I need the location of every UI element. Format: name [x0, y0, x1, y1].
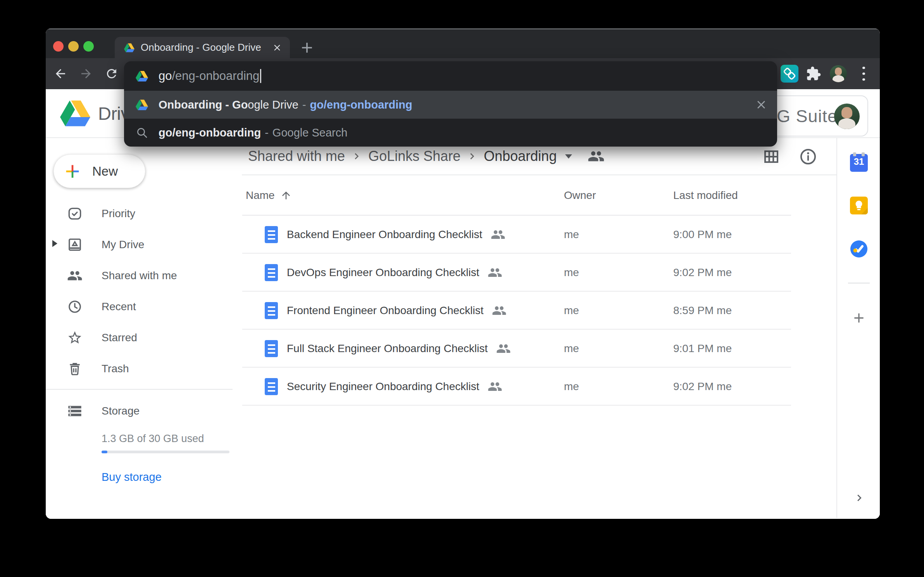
clock-icon — [67, 299, 83, 314]
suggestion-google-search[interactable]: go/eng-onboarding-Google Search — [124, 119, 777, 147]
tab-title: Onboarding - Google Drive — [141, 41, 261, 54]
priority-check-icon — [67, 206, 83, 221]
sidebar-item-recent[interactable]: Recent — [46, 291, 242, 322]
browser-menu-icon[interactable] — [859, 67, 868, 81]
storage-progress-bar — [102, 451, 229, 453]
remove-suggestion-icon[interactable] — [755, 98, 768, 111]
folder-menu-caret-icon[interactable] — [565, 154, 572, 159]
buy-storage-link[interactable]: Buy storage — [102, 471, 162, 484]
drive-page: Drive G Suite New — [46, 89, 880, 519]
multicolor-plus-icon — [64, 163, 81, 180]
suggestion-drive-result[interactable]: Onboarding - Google Drive-go/eng-onboard… — [124, 91, 777, 119]
file-row[interactable]: Security Engineer Onboarding Checklist m… — [242, 368, 836, 406]
sidebar-item-trash[interactable]: Trash — [46, 353, 242, 384]
sidebar-item-priority[interactable]: Priority — [46, 198, 242, 229]
breadcrumb-item-shared-with-me[interactable]: Shared with me — [248, 148, 345, 164]
google-docs-icon — [265, 264, 278, 281]
chevron-right-icon — [466, 150, 478, 162]
collapse-panel-chevron-icon[interactable] — [853, 491, 866, 504]
side-apps-rail: 31 — [836, 138, 880, 518]
window-zoom-button[interactable] — [83, 41, 94, 52]
breadcrumb-item-golinks-share[interactable]: GoLinks Share — [368, 148, 460, 164]
omnibox-input[interactable]: go/eng-onboarding — [124, 61, 777, 91]
google-docs-icon — [265, 302, 278, 319]
reload-button-icon[interactable] — [105, 67, 119, 81]
sidebar-item-storage[interactable]: Storage — [46, 396, 242, 427]
sidebar-divider — [46, 389, 233, 390]
tasks-icon[interactable] — [850, 240, 868, 258]
file-row[interactable]: Full Stack Engineer Onboarding Checklist… — [242, 330, 836, 368]
storage-progress-fill — [102, 451, 107, 453]
drive-logo-icon — [60, 100, 90, 126]
extensions-puzzle-icon[interactable] — [806, 66, 821, 81]
google-docs-icon — [265, 340, 278, 357]
account-avatar[interactable] — [834, 104, 860, 129]
expand-caret-icon[interactable] — [52, 240, 57, 247]
storage-usage-text: 1.3 GB of 30 GB used — [102, 433, 204, 445]
file-row[interactable]: Frontend Engineer Onboarding Checklist m… — [242, 292, 836, 330]
sidebar-item-shared-with-me[interactable]: Shared with me — [46, 260, 242, 291]
calendar-icon[interactable]: 31 — [850, 154, 868, 172]
drive-sidebar: New Priority My Drive — [46, 138, 242, 518]
omnibox-dropdown: go/eng-onboarding Onboarding - Google Dr… — [124, 61, 777, 147]
breadcrumb-item-onboarding[interactable]: Onboarding — [484, 148, 557, 164]
column-header-modified[interactable]: Last modified — [673, 175, 738, 216]
shared-people-icon — [488, 379, 502, 394]
omnibox-typed-text: go — [159, 69, 172, 83]
browser-window: Onboarding - Google Drive — [46, 28, 880, 519]
shared-people-icon — [496, 341, 511, 356]
shared-people-icon — [492, 303, 507, 318]
chevron-right-icon — [350, 150, 363, 162]
tab-close-icon[interactable] — [272, 43, 282, 53]
info-icon[interactable] — [799, 147, 817, 166]
search-icon — [136, 126, 148, 139]
people-icon — [67, 268, 83, 283]
forward-button-icon[interactable] — [79, 67, 93, 81]
window-controls — [53, 41, 94, 52]
my-drive-icon — [67, 237, 83, 252]
back-button-icon[interactable] — [53, 67, 67, 81]
text-cursor — [260, 69, 261, 83]
new-button[interactable]: New — [53, 154, 145, 188]
trash-icon — [67, 361, 83, 377]
file-row[interactable]: DevOps Engineer Onboarding Checklist me … — [242, 254, 836, 292]
drive-favicon-icon — [136, 99, 148, 111]
google-docs-icon — [265, 378, 278, 395]
window-minimize-button[interactable] — [68, 41, 79, 52]
folder-shared-people-icon[interactable] — [588, 148, 605, 165]
star-icon — [67, 330, 83, 346]
browser-profile-avatar[interactable] — [830, 65, 847, 82]
window-close-button[interactable] — [53, 41, 64, 52]
keep-icon[interactable] — [850, 197, 868, 214]
column-header-owner[interactable]: Owner — [564, 175, 596, 216]
omnibox-completion-text: /eng-onboarding — [172, 69, 259, 83]
golinks-extension-icon[interactable] — [781, 65, 798, 83]
browser-tab[interactable]: Onboarding - Google Drive — [115, 37, 290, 58]
file-list-panel: Shared with me GoLinks Share Onboarding — [242, 138, 836, 518]
grid-view-icon[interactable] — [762, 147, 781, 166]
new-tab-button[interactable] — [298, 39, 315, 56]
file-row[interactable]: Backend Engineer Onboarding Checklist me… — [242, 216, 836, 254]
add-app-plus-icon[interactable] — [851, 310, 867, 326]
tab-strip: Onboarding - Google Drive — [46, 28, 880, 58]
rail-divider — [848, 283, 870, 283]
gsuite-label: G Suite — [777, 106, 838, 126]
list-header: Name Owner Last modified — [242, 175, 836, 216]
sidebar-item-my-drive[interactable]: My Drive — [46, 229, 242, 260]
sort-ascending-icon — [280, 190, 292, 201]
shared-people-icon — [491, 227, 505, 242]
sidebar-item-starred[interactable]: Starred — [46, 322, 242, 353]
shared-people-icon — [488, 265, 502, 280]
drive-favicon-icon — [124, 43, 134, 52]
column-header-name[interactable]: Name — [246, 175, 292, 216]
google-docs-icon — [265, 226, 278, 243]
storage-icon — [67, 403, 83, 419]
drive-favicon-icon — [136, 71, 148, 82]
